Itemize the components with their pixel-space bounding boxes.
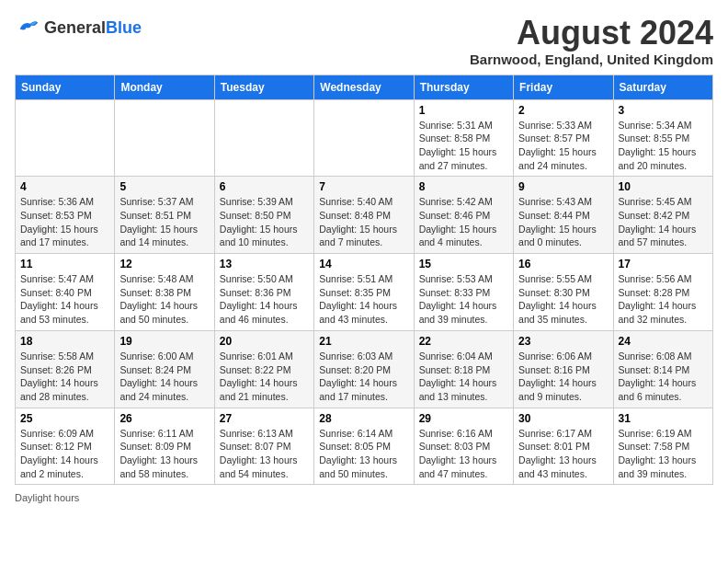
day-info: Sunrise: 6:04 AM Sunset: 8:18 PM Dayligh… xyxy=(419,350,508,404)
day-info: Sunrise: 6:19 AM Sunset: 7:58 PM Dayligh… xyxy=(619,427,708,481)
calendar-table: SundayMondayTuesdayWednesdayThursdayFrid… xyxy=(15,75,713,486)
week-row-1: 1Sunrise: 5:31 AM Sunset: 8:58 PM Daylig… xyxy=(16,99,713,177)
weekday-header-row: SundayMondayTuesdayWednesdayThursdayFrid… xyxy=(16,75,713,99)
day-number: 8 xyxy=(419,180,508,193)
day-number: 3 xyxy=(619,104,708,117)
day-number: 2 xyxy=(518,104,608,117)
week-row-3: 11Sunrise: 5:47 AM Sunset: 8:40 PM Dayli… xyxy=(16,254,713,331)
calendar-cell: 3Sunrise: 5:34 AM Sunset: 8:55 PM Daylig… xyxy=(613,99,712,177)
day-info: Sunrise: 5:42 AM Sunset: 8:46 PM Dayligh… xyxy=(419,195,508,249)
calendar-cell: 21Sunrise: 6:03 AM Sunset: 8:20 PM Dayli… xyxy=(314,330,414,408)
day-number: 29 xyxy=(419,412,508,425)
weekday-header-wednesday: Wednesday xyxy=(314,75,414,99)
day-info: Sunrise: 5:31 AM Sunset: 8:58 PM Dayligh… xyxy=(419,119,508,173)
day-info: Sunrise: 6:13 AM Sunset: 8:07 PM Dayligh… xyxy=(220,427,309,481)
day-number: 22 xyxy=(419,335,508,348)
calendar-cell: 18Sunrise: 5:58 AM Sunset: 8:26 PM Dayli… xyxy=(16,330,115,408)
day-number: 24 xyxy=(619,335,708,348)
day-info: Sunrise: 5:53 AM Sunset: 8:33 PM Dayligh… xyxy=(419,272,508,327)
calendar-cell: 6Sunrise: 5:39 AM Sunset: 8:50 PM Daylig… xyxy=(214,177,313,254)
day-info: Sunrise: 5:48 AM Sunset: 8:38 PM Dayligh… xyxy=(119,272,209,327)
day-number: 17 xyxy=(619,258,708,270)
logo-general: General xyxy=(44,18,106,37)
calendar-cell: 27Sunrise: 6:13 AM Sunset: 8:07 PM Dayli… xyxy=(214,408,313,485)
day-info: Sunrise: 5:56 AM Sunset: 8:28 PM Dayligh… xyxy=(619,272,708,327)
calendar-cell xyxy=(115,99,214,177)
day-info: Sunrise: 6:01 AM Sunset: 8:22 PM Dayligh… xyxy=(220,350,309,404)
title-area: August 2024 Barnwood, England, United Ki… xyxy=(470,15,713,67)
day-number: 28 xyxy=(319,412,408,425)
weekday-header-thursday: Thursday xyxy=(414,75,513,99)
calendar-cell: 12Sunrise: 5:48 AM Sunset: 8:38 PM Dayli… xyxy=(115,254,214,331)
weekday-header-tuesday: Tuesday xyxy=(214,75,313,99)
weekday-header-monday: Monday xyxy=(115,75,214,99)
day-number: 12 xyxy=(119,258,209,270)
calendar-cell: 30Sunrise: 6:17 AM Sunset: 8:01 PM Dayli… xyxy=(514,408,613,485)
weekday-header-sunday: Sunday xyxy=(16,75,115,99)
day-info: Sunrise: 5:47 AM Sunset: 8:40 PM Dayligh… xyxy=(20,272,109,327)
day-info: Sunrise: 6:03 AM Sunset: 8:20 PM Dayligh… xyxy=(319,350,408,404)
calendar-cell: 15Sunrise: 5:53 AM Sunset: 8:33 PM Dayli… xyxy=(414,254,513,331)
header: GeneralBlue August 2024 Barnwood, Englan… xyxy=(15,15,713,67)
day-info: Sunrise: 5:33 AM Sunset: 8:57 PM Dayligh… xyxy=(518,119,608,173)
day-info: Sunrise: 6:09 AM Sunset: 8:12 PM Dayligh… xyxy=(20,427,109,481)
day-number: 13 xyxy=(220,258,309,270)
day-info: Sunrise: 5:43 AM Sunset: 8:44 PM Dayligh… xyxy=(518,195,608,249)
day-number: 6 xyxy=(220,180,309,193)
calendar-cell: 10Sunrise: 5:45 AM Sunset: 8:42 PM Dayli… xyxy=(613,177,712,254)
day-number: 1 xyxy=(419,104,508,117)
calendar-cell: 17Sunrise: 5:56 AM Sunset: 8:28 PM Dayli… xyxy=(613,254,712,331)
day-info: Sunrise: 5:55 AM Sunset: 8:30 PM Dayligh… xyxy=(518,272,608,327)
calendar-cell: 26Sunrise: 6:11 AM Sunset: 8:09 PM Dayli… xyxy=(115,408,214,485)
day-info: Sunrise: 6:00 AM Sunset: 8:24 PM Dayligh… xyxy=(119,350,209,404)
calendar-cell: 23Sunrise: 6:06 AM Sunset: 8:16 PM Dayli… xyxy=(514,330,613,408)
week-row-5: 25Sunrise: 6:09 AM Sunset: 8:12 PM Dayli… xyxy=(16,408,713,485)
calendar-cell: 19Sunrise: 6:00 AM Sunset: 8:24 PM Dayli… xyxy=(115,330,214,408)
day-info: Sunrise: 5:34 AM Sunset: 8:55 PM Dayligh… xyxy=(619,119,708,173)
calendar-cell: 4Sunrise: 5:36 AM Sunset: 8:53 PM Daylig… xyxy=(16,177,115,254)
day-number: 5 xyxy=(119,180,209,193)
calendar-cell: 24Sunrise: 6:08 AM Sunset: 8:14 PM Dayli… xyxy=(613,330,712,408)
logo-bird-icon xyxy=(15,15,40,40)
day-info: Sunrise: 5:39 AM Sunset: 8:50 PM Dayligh… xyxy=(220,195,309,249)
day-number: 4 xyxy=(20,180,109,193)
calendar-cell: 29Sunrise: 6:16 AM Sunset: 8:03 PM Dayli… xyxy=(414,408,513,485)
week-row-4: 18Sunrise: 5:58 AM Sunset: 8:26 PM Dayli… xyxy=(16,330,713,408)
calendar-cell: 31Sunrise: 6:19 AM Sunset: 7:58 PM Dayli… xyxy=(613,408,712,485)
day-info: Sunrise: 6:06 AM Sunset: 8:16 PM Dayligh… xyxy=(518,350,608,404)
day-number: 14 xyxy=(319,258,408,270)
day-number: 15 xyxy=(419,258,508,270)
logo-text: GeneralBlue xyxy=(44,18,142,38)
day-info: Sunrise: 6:16 AM Sunset: 8:03 PM Dayligh… xyxy=(419,427,508,481)
day-number: 26 xyxy=(119,412,209,425)
calendar-cell xyxy=(314,99,414,177)
calendar-cell: 28Sunrise: 6:14 AM Sunset: 8:05 PM Dayli… xyxy=(314,408,414,485)
day-info: Sunrise: 6:14 AM Sunset: 8:05 PM Dayligh… xyxy=(319,427,408,481)
calendar-cell: 14Sunrise: 5:51 AM Sunset: 8:35 PM Dayli… xyxy=(314,254,414,331)
day-number: 21 xyxy=(319,335,408,348)
day-number: 10 xyxy=(619,180,708,193)
month-title: August 2024 xyxy=(470,15,713,52)
day-number: 9 xyxy=(518,180,608,193)
day-number: 30 xyxy=(518,412,608,425)
location-title: Barnwood, England, United Kingdom xyxy=(470,52,713,67)
footer-note: Daylight hours xyxy=(15,492,713,503)
day-number: 31 xyxy=(619,412,708,425)
day-info: Sunrise: 6:08 AM Sunset: 8:14 PM Dayligh… xyxy=(619,350,708,404)
day-info: Sunrise: 5:58 AM Sunset: 8:26 PM Dayligh… xyxy=(20,350,109,404)
calendar-cell: 16Sunrise: 5:55 AM Sunset: 8:30 PM Dayli… xyxy=(514,254,613,331)
calendar-cell: 1Sunrise: 5:31 AM Sunset: 8:58 PM Daylig… xyxy=(414,99,513,177)
day-number: 11 xyxy=(20,258,109,270)
day-info: Sunrise: 5:45 AM Sunset: 8:42 PM Dayligh… xyxy=(619,195,708,249)
day-number: 20 xyxy=(220,335,309,348)
logo-blue: Blue xyxy=(106,18,142,37)
calendar-cell: 8Sunrise: 5:42 AM Sunset: 8:46 PM Daylig… xyxy=(414,177,513,254)
weekday-header-friday: Friday xyxy=(514,75,613,99)
calendar-cell: 5Sunrise: 5:37 AM Sunset: 8:51 PM Daylig… xyxy=(115,177,214,254)
day-number: 19 xyxy=(119,335,209,348)
day-info: Sunrise: 5:36 AM Sunset: 8:53 PM Dayligh… xyxy=(20,195,109,249)
day-number: 25 xyxy=(20,412,109,425)
day-number: 18 xyxy=(20,335,109,348)
day-info: Sunrise: 5:40 AM Sunset: 8:48 PM Dayligh… xyxy=(319,195,408,249)
day-info: Sunrise: 6:11 AM Sunset: 8:09 PM Dayligh… xyxy=(119,427,209,481)
